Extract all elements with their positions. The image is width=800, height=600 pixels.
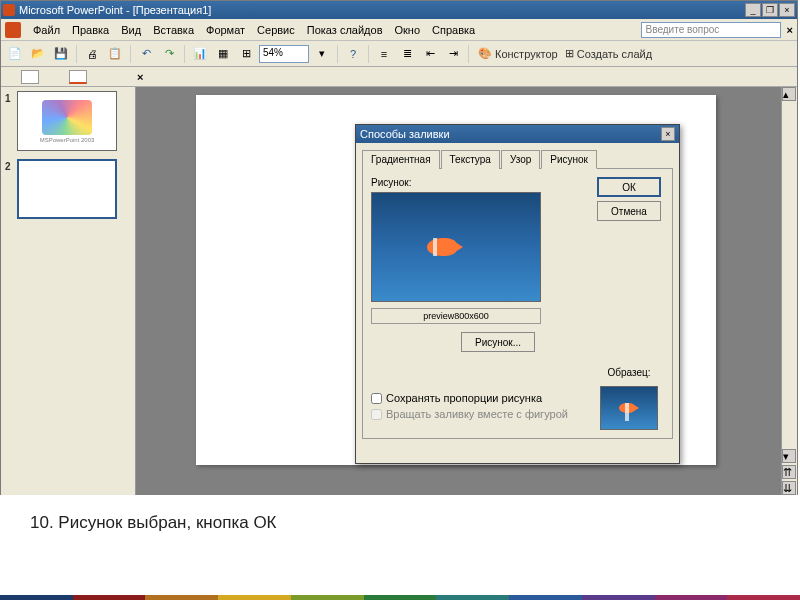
menu-insert[interactable]: Вставка <box>147 22 200 38</box>
menu-edit[interactable]: Правка <box>66 22 115 38</box>
thumbnail-pane: 1 MSPowerPoint 2003 2 <box>1 87 136 495</box>
sample-label: Образец: <box>607 367 650 378</box>
restore-button[interactable]: ❐ <box>762 3 778 17</box>
tab-pattern[interactable]: Узор <box>501 150 540 169</box>
checkbox-icon <box>371 409 382 420</box>
help-icon[interactable]: ? <box>343 44 363 64</box>
titlebar: Microsoft PowerPoint - [Презентация1] _ … <box>1 1 797 19</box>
doc-close-button[interactable]: × <box>787 24 793 36</box>
dialog-close-button[interactable]: × <box>661 127 675 141</box>
scroll-down-icon[interactable]: ▾ <box>782 449 796 463</box>
sample-preview <box>600 386 658 430</box>
design-button[interactable]: 🎨 Конструктор <box>478 47 558 60</box>
zoom-dropdown-icon[interactable]: ▾ <box>312 44 332 64</box>
open-icon[interactable]: 📂 <box>28 44 48 64</box>
zoom-input[interactable]: 54% <box>259 45 309 63</box>
color-strip <box>0 595 800 600</box>
dialog-tabs: Градиентная Текстура Узор Рисунок <box>362 149 673 169</box>
powerpoint-icon <box>3 4 15 16</box>
menu-format[interactable]: Формат <box>200 22 251 38</box>
rotate-fill-checkbox: Вращать заливку вместе с фигурой <box>371 408 594 420</box>
app-icon <box>5 22 21 38</box>
undo-icon[interactable]: ↶ <box>136 44 156 64</box>
menu-tools[interactable]: Сервис <box>251 22 301 38</box>
table-icon[interactable]: ▦ <box>213 44 233 64</box>
picture-preview <box>371 192 541 302</box>
menu-window[interactable]: Окно <box>389 22 427 38</box>
menu-file[interactable]: Файл <box>27 22 66 38</box>
dialog-titlebar: Способы заливки × <box>356 125 679 143</box>
instruction-caption: 10. Рисунок выбран, кнопка ОК <box>0 495 800 551</box>
close-button[interactable]: × <box>779 3 795 17</box>
next-slide-icon[interactable]: ⇊ <box>782 481 796 495</box>
menu-view[interactable]: Вид <box>115 22 147 38</box>
print-icon[interactable]: 🖨 <box>82 44 102 64</box>
save-icon[interactable]: 💾 <box>51 44 71 64</box>
fill-effects-dialog: Способы заливки × Градиентная Текстура У… <box>355 124 680 464</box>
view-tabs: × <box>1 67 797 87</box>
minimize-button[interactable]: _ <box>745 3 761 17</box>
menu-slideshow[interactable]: Показ слайдов <box>301 22 389 38</box>
copy-icon[interactable]: 📋 <box>105 44 125 64</box>
new-icon[interactable]: 📄 <box>5 44 25 64</box>
pane-close-button[interactable]: × <box>137 71 143 83</box>
vertical-scrollbar[interactable]: ▴ ▾ ⇈ ⇊ <box>781 87 797 495</box>
colorwheel-graphic <box>42 100 92 135</box>
outline-tab[interactable] <box>21 70 39 84</box>
dialog-title: Способы заливки <box>360 128 661 140</box>
outdent-icon[interactable]: ⇤ <box>420 44 440 64</box>
thumb-number: 1 <box>5 91 17 104</box>
lock-aspect-checkbox[interactable]: Сохранять пропорции рисунка <box>371 392 594 404</box>
slide-thumbnail-1[interactable]: MSPowerPoint 2003 <box>17 91 117 151</box>
cancel-button[interactable]: Отмена <box>597 201 661 221</box>
menubar: Файл Правка Вид Вставка Формат Сервис По… <box>1 19 797 41</box>
slide-thumbnail-2[interactable] <box>17 159 117 219</box>
thumb-number: 2 <box>5 159 17 172</box>
tab-picture[interactable]: Рисунок <box>541 150 597 169</box>
ok-button[interactable]: ОК <box>597 177 661 197</box>
toolbar: 📄 📂 💾 🖨 📋 ↶ ↷ 📊 ▦ ⊞ 54% ▾ ? ≡ ≣ ⇤ ⇥ 🎨 Ко… <box>1 41 797 67</box>
fish-graphic <box>427 238 457 256</box>
numbering-icon[interactable]: ≣ <box>397 44 417 64</box>
scroll-up-icon[interactable]: ▴ <box>782 87 796 101</box>
bullets-icon[interactable]: ≡ <box>374 44 394 64</box>
select-picture-button[interactable]: Рисунок... <box>461 332 535 352</box>
title-text: Microsoft PowerPoint - [Презентация1] <box>19 4 745 16</box>
picture-filename: preview800x600 <box>371 308 541 324</box>
grid-icon[interactable]: ⊞ <box>236 44 256 64</box>
fish-graphic <box>619 403 635 413</box>
new-slide-button[interactable]: ⊞ Создать слайд <box>565 47 652 60</box>
indent-icon[interactable]: ⇥ <box>443 44 463 64</box>
help-search-input[interactable]: Введите вопрос <box>641 22 781 38</box>
redo-icon[interactable]: ↷ <box>159 44 179 64</box>
tab-gradient[interactable]: Градиентная <box>362 150 440 169</box>
chart-icon[interactable]: 📊 <box>190 44 210 64</box>
tab-texture[interactable]: Текстура <box>441 150 500 169</box>
slides-tab[interactable] <box>69 70 87 84</box>
checkbox-icon[interactable] <box>371 393 382 404</box>
picture-label: Рисунок: <box>371 177 594 188</box>
menu-help[interactable]: Справка <box>426 22 481 38</box>
prev-slide-icon[interactable]: ⇈ <box>782 465 796 479</box>
